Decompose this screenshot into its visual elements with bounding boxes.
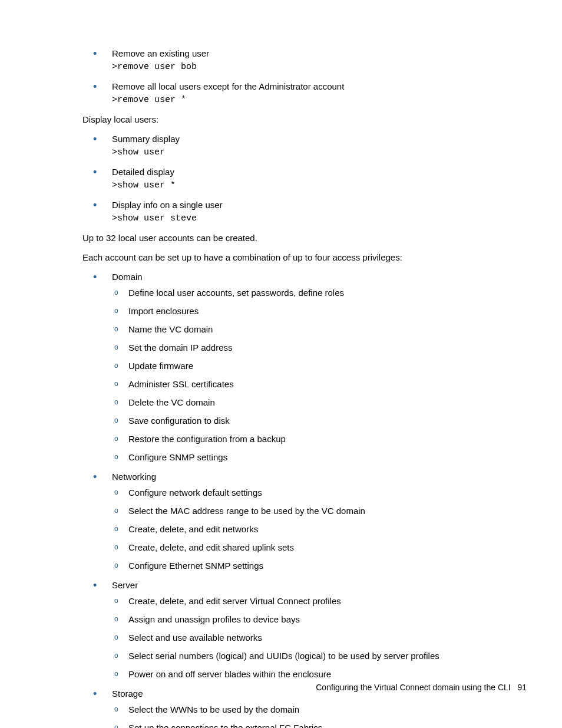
- remove-user-list: Remove an existing user >remove user bob…: [82, 47, 503, 106]
- item-text: Display info on a single user: [112, 199, 503, 211]
- item-text: Remove all local users except for the Ad…: [112, 80, 503, 93]
- sublist-item: Administer SSL certificates: [112, 378, 503, 390]
- page-number: 91: [517, 683, 527, 692]
- privilege-name: Networking: [112, 470, 503, 483]
- sublist-item: Configure Ethernet SNMP settings: [112, 559, 503, 572]
- sublist-item: Configure network default settings: [112, 486, 503, 499]
- footer-text: Configuring the Virtual Connect domain u…: [316, 683, 511, 692]
- sublist-item: Update firmware: [112, 360, 503, 372]
- sublist-item: Create, delete, and edit networks: [112, 523, 503, 535]
- paragraph: Display local users:: [82, 113, 503, 126]
- item-command: >remove user *: [112, 94, 503, 106]
- sublist-item: Create, delete, and edit server Virtual …: [112, 595, 503, 607]
- sublist-item: Power on and off server blades within th…: [112, 668, 503, 680]
- item-command: >show user *: [112, 179, 503, 192]
- sublist-item: Select and use available networks: [112, 631, 503, 644]
- document-page: Remove an existing user >remove user bob…: [0, 0, 562, 728]
- privilege-sublist: Create, delete, and edit server Virtual …: [112, 595, 503, 680]
- sublist-item: Configure SNMP settings: [112, 451, 503, 463]
- paragraph: Up to 32 local user accounts can be crea…: [82, 232, 503, 244]
- item-text: Remove an existing user: [112, 47, 503, 60]
- item-command: >show user steve: [112, 212, 503, 225]
- sublist-item: Set up the connections to the external F…: [112, 722, 503, 728]
- privilege-server: Server Create, delete, and edit server V…: [82, 579, 503, 680]
- item-text: Summary display: [112, 133, 503, 145]
- privilege-list: Domain Define local user accounts, set p…: [82, 271, 503, 728]
- paragraph: Each account can be set up to have a com…: [82, 251, 503, 263]
- item-command: >remove user bob: [112, 61, 503, 73]
- page-footer: Configuring the Virtual Connect domain u…: [316, 682, 527, 694]
- sublist-item: Set the domain IP address: [112, 341, 503, 354]
- sublist-item: Create, delete, and edit shared uplink s…: [112, 541, 503, 554]
- sublist-item: Save configuration to disk: [112, 414, 503, 427]
- sublist-item: Assign and unassign profiles to device b…: [112, 613, 503, 625]
- privilege-name: Server: [112, 579, 503, 591]
- privilege-domain: Domain Define local user accounts, set p…: [82, 271, 503, 463]
- list-item: Remove an existing user >remove user bob: [82, 47, 503, 73]
- sublist-item: Delete the VC domain: [112, 396, 503, 409]
- list-item: Remove all local users except for the Ad…: [82, 80, 503, 106]
- item-text: Detailed display: [112, 166, 503, 178]
- sublist-item: Import enclosures: [112, 305, 503, 317]
- privilege-sublist: Define local user accounts, set password…: [112, 286, 503, 463]
- list-item: Display info on a single user >show user…: [82, 199, 503, 225]
- list-item: Detailed display >show user *: [82, 166, 503, 192]
- privilege-sublist: Configure network default settings Selec…: [112, 486, 503, 572]
- privilege-name: Domain: [112, 271, 503, 283]
- display-user-list: Summary display >show user Detailed disp…: [82, 133, 503, 225]
- sublist-item: Select the MAC address range to be used …: [112, 505, 503, 517]
- item-command: >show user: [112, 146, 503, 159]
- sublist-item: Define local user accounts, set password…: [112, 286, 503, 299]
- sublist-item: Name the VC domain: [112, 323, 503, 335]
- privilege-networking: Networking Configure network default set…: [82, 470, 503, 572]
- privilege-sublist: Select the WWNs to be used by the domain…: [112, 703, 503, 728]
- sublist-item: Select serial numbers (logical) and UUID…: [112, 650, 503, 662]
- sublist-item: Restore the configuration from a backup: [112, 433, 503, 445]
- list-item: Summary display >show user: [82, 133, 503, 159]
- sublist-item: Select the WWNs to be used by the domain: [112, 703, 503, 716]
